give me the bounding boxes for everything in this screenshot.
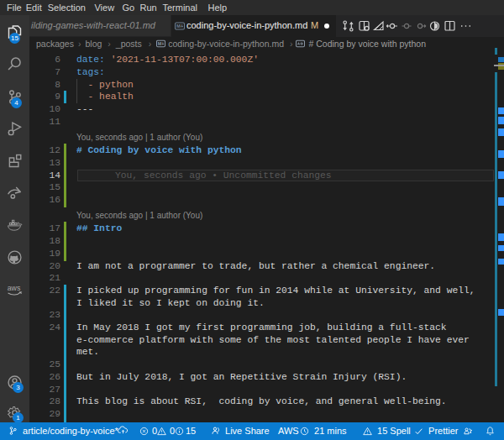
svg-text:M: M <box>158 41 162 46</box>
svg-text:M: M <box>176 24 181 29</box>
svg-text:aws: aws <box>8 284 21 292</box>
